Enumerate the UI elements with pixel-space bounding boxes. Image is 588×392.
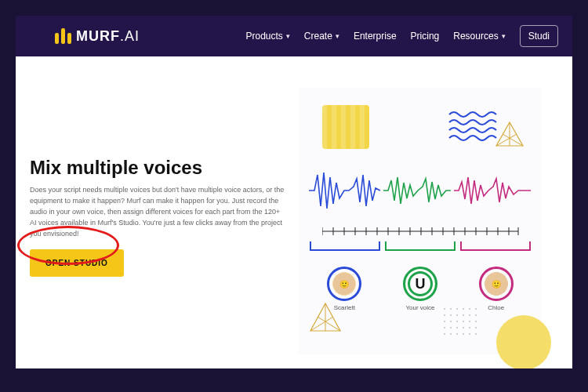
bracket-pink [460, 241, 531, 251]
bracket-green [385, 241, 456, 251]
nav-create[interactable]: Create▾ [304, 31, 339, 42]
segment-brackets [310, 241, 531, 257]
avatar-chloe: 🙂 Chloe [479, 267, 514, 311]
nav-products[interactable]: Products▾ [246, 31, 290, 42]
nav-links: Products▾ Create▾ Enterprise Pricing Res… [246, 25, 559, 47]
avatar-circle: U [403, 267, 437, 301]
studio-button[interactable]: Studi [520, 25, 558, 47]
hero-text-column: Mix multiple voices Does your script nee… [16, 56, 294, 368]
timeline-axis-icon [322, 226, 557, 237]
triangle-decoration-icon [308, 301, 343, 336]
yellow-square-deco [322, 105, 369, 149]
hero-heading: Mix multiple voices [30, 157, 286, 179]
nav-resources[interactable]: Resources▾ [453, 31, 505, 42]
triangle-decoration-icon [495, 121, 524, 151]
avatar-circle: 🙂 [479, 267, 514, 301]
logo-mark-icon [55, 28, 71, 44]
yellow-circle-deco [496, 315, 551, 368]
chevron-down-icon: ▾ [336, 32, 339, 40]
voices-illustration: 🙂 Scarlett U Your voice 🙂 Chloe [299, 88, 542, 354]
bracket-blue [310, 241, 380, 251]
chevron-down-icon: ▾ [286, 32, 290, 40]
hero-body: Does your script needs multiple voices b… [30, 185, 286, 240]
avatar-your-voice: U Your voice [403, 267, 437, 311]
chevron-down-icon: ▾ [502, 32, 506, 40]
nav-pricing[interactable]: Pricing [411, 31, 440, 42]
avatar-circle: 🙂 [327, 267, 361, 301]
waveform-row [305, 163, 535, 218]
avatar-label: Chloe [488, 304, 504, 311]
avatar-label: Your voice [405, 304, 434, 311]
nav-enterprise[interactable]: Enterprise [354, 31, 397, 42]
hero-section: Mix multiple voices Does your script nee… [16, 56, 572, 368]
dot-grid-deco [441, 306, 481, 337]
hero-illustration-column: 🙂 Scarlett U Your voice 🙂 Chloe [294, 56, 572, 368]
top-navigation: MURF.AI Products▾ Create▾ Enterprise Pri… [16, 16, 572, 56]
open-studio-button[interactable]: OPEN STUDIO [30, 249, 124, 277]
brand-logo[interactable]: MURF.AI [55, 28, 140, 45]
brand-name: MURF.AI [76, 28, 140, 45]
